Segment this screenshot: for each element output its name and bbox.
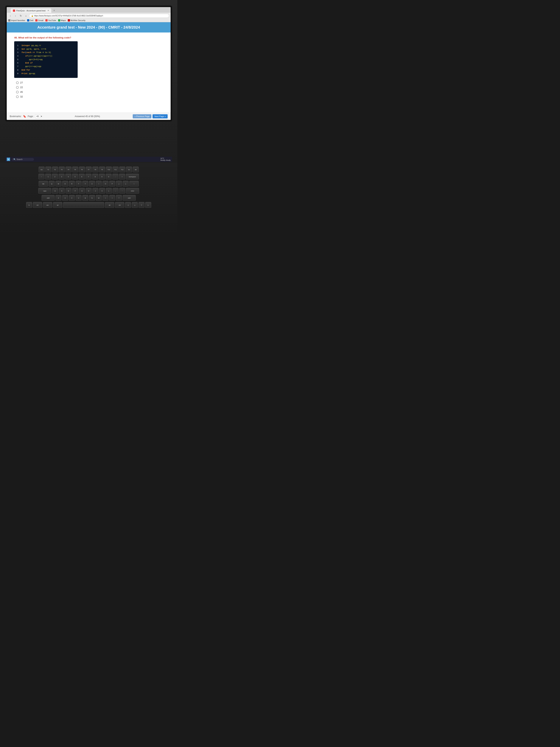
answer-option-27[interactable]: 27	[16, 81, 163, 84]
key-space[interactable]	[63, 202, 104, 208]
tab-close-button[interactable]: ✕	[47, 9, 49, 12]
key-enter[interactable]: enter	[126, 188, 139, 194]
key-h[interactable]: H	[86, 188, 92, 194]
answer-option-32[interactable]: 32	[16, 95, 163, 98]
new-tab-button[interactable]: +	[52, 9, 56, 12]
answer-option-45[interactable]: 45	[16, 91, 163, 93]
radio-22[interactable]	[16, 86, 19, 89]
key-a[interactable]: A	[52, 188, 58, 194]
key-f11[interactable]: F11	[112, 166, 118, 173]
key-c[interactable]: C	[69, 195, 75, 201]
key-f9[interactable]: F9	[99, 166, 105, 173]
key-down[interactable]: ▽	[138, 202, 144, 208]
key-t[interactable]: T	[76, 181, 82, 187]
key-f8[interactable]: F8	[92, 166, 98, 173]
key-m[interactable]: M	[96, 195, 102, 201]
key-minus[interactable]: -	[112, 174, 118, 180]
key-comma[interactable]: <	[103, 195, 108, 201]
key-f4[interactable]: F4	[65, 166, 72, 173]
key-i[interactable]: I	[96, 181, 102, 187]
key-f5[interactable]: F5	[72, 166, 78, 173]
key-ralt[interactable]: alt	[105, 202, 114, 208]
key-semicolon[interactable]: ;	[112, 188, 118, 194]
key-lalt[interactable]: alt	[53, 202, 62, 208]
key-tab[interactable]: tab	[38, 181, 48, 187]
key-y[interactable]: Y	[82, 181, 88, 187]
key-equals[interactable]: =	[119, 174, 125, 180]
key-f12[interactable]: F12	[119, 166, 125, 173]
key-x[interactable]: X	[62, 195, 68, 201]
key-fn[interactable]: fn	[26, 202, 32, 208]
key-g[interactable]: G	[79, 188, 85, 194]
key-5[interactable]: 5	[72, 174, 78, 180]
key-f3[interactable]: F3	[59, 166, 65, 173]
key-rbracket[interactable]: ]	[123, 181, 129, 187]
key-3[interactable]: 3	[59, 174, 64, 180]
key-delete[interactable]: del	[133, 166, 139, 173]
key-6[interactable]: 6	[79, 174, 85, 180]
next-page-button[interactable]: Next Page »	[153, 114, 168, 119]
key-f[interactable]: F	[72, 188, 78, 194]
previous-page-button[interactable]: « Previous Page	[133, 114, 152, 119]
key-e[interactable]: E	[62, 181, 68, 187]
key-4[interactable]: 4	[65, 174, 71, 180]
taskbar-search-box[interactable]: 🔍 Search	[11, 158, 34, 161]
key-k[interactable]: K	[99, 188, 105, 194]
bookmark-mcafee[interactable]: McAfee Security	[68, 19, 85, 22]
bookmark-dell[interactable]: Dell	[27, 19, 33, 22]
key-d[interactable]: D	[65, 188, 72, 194]
key-f1[interactable]: F1	[45, 166, 51, 173]
key-b[interactable]: B	[82, 195, 88, 201]
key-z[interactable]: Z	[55, 195, 61, 201]
key-w[interactable]: W	[55, 181, 61, 187]
key-f7[interactable]: F7	[86, 166, 92, 173]
windows-start-button[interactable]: ⊞	[7, 158, 10, 161]
answer-option-22[interactable]: 22	[16, 86, 163, 89]
key-left[interactable]: ◁	[125, 202, 131, 208]
key-lshift[interactable]: shift	[42, 195, 55, 201]
radio-32[interactable]	[16, 96, 19, 98]
forward-button[interactable]: ›	[14, 14, 18, 18]
page-selector[interactable]: 46 ▾	[35, 114, 42, 118]
back-button[interactable]: ‹	[8, 14, 12, 18]
key-v[interactable]: V	[76, 195, 82, 201]
key-f6[interactable]: F6	[79, 166, 85, 173]
key-capslock[interactable]: caps	[38, 188, 51, 194]
key-right[interactable]: ▷	[145, 202, 151, 208]
bookmark-icon[interactable]: 🔖	[23, 115, 26, 118]
key-r[interactable]: R	[69, 181, 75, 187]
key-quote[interactable]: '	[119, 188, 125, 194]
key-backspace[interactable]: backspace	[126, 174, 139, 180]
key-s[interactable]: S	[59, 188, 65, 194]
key-backslash[interactable]: \	[129, 181, 139, 187]
key-j[interactable]: J	[92, 188, 98, 194]
bookmark-gmail[interactable]: Gmail	[35, 19, 44, 22]
reload-button[interactable]: ↻	[19, 14, 23, 18]
bookmark-maps[interactable]: Maps	[58, 19, 66, 22]
key-p[interactable]: P	[109, 181, 115, 187]
bookmark-import-favorites[interactable]: Import favorites	[8, 19, 25, 22]
key-rshift[interactable]: shift	[123, 195, 136, 201]
address-bar[interactable]: 🔒 https://www.flexiquiz.com/SC/S?p=4444a…	[29, 14, 169, 18]
key-insert[interactable]: ins	[126, 166, 132, 173]
key-u[interactable]: U	[89, 181, 95, 187]
radio-45[interactable]	[16, 91, 19, 93]
key-8[interactable]: 8	[92, 174, 98, 180]
key-n[interactable]: N	[89, 195, 95, 201]
page-dropdown-icon[interactable]: ▾	[41, 115, 42, 118]
key-lctrl[interactable]: ctrl	[33, 202, 42, 208]
key-o[interactable]: O	[103, 181, 108, 187]
home-button[interactable]: ⌂	[24, 14, 28, 18]
radio-27[interactable]	[16, 81, 19, 84]
key-1[interactable]: 1	[45, 174, 51, 180]
key-0[interactable]: 0	[106, 174, 112, 180]
key-f2[interactable]: F2	[52, 166, 58, 173]
key-7[interactable]: 7	[85, 174, 91, 180]
key-esc[interactable]: esc	[38, 166, 45, 173]
key-period[interactable]: >	[109, 195, 115, 201]
key-lwin[interactable]: win	[43, 202, 52, 208]
key-tilde[interactable]: ~	[38, 174, 45, 180]
key-rctrl[interactable]: ctrl	[115, 202, 124, 208]
key-up[interactable]: △	[132, 202, 138, 208]
key-lbracket[interactable]: [	[116, 181, 122, 187]
